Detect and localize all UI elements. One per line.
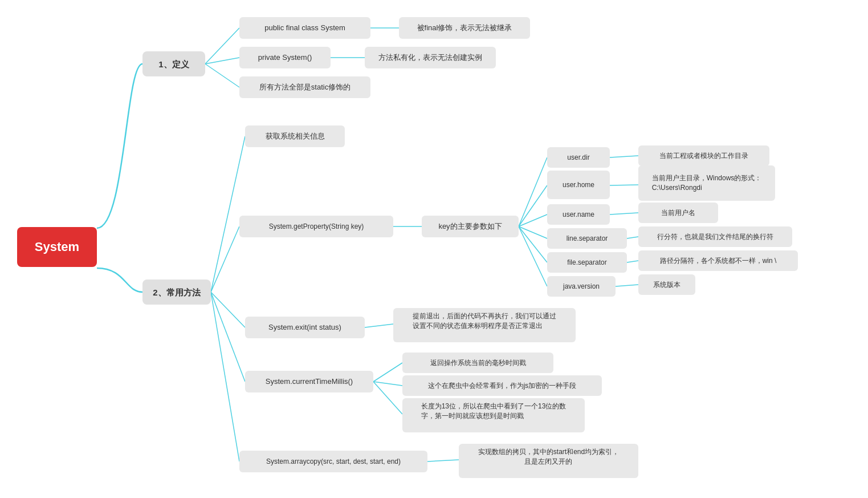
p2-label: user.home (563, 180, 594, 190)
getprop-key-label: key的主要参数如下 (438, 221, 502, 232)
pd5: 路径分隔符，各个系统都不一样，win \ (638, 250, 798, 271)
m1-label: 获取系统相关信息 (266, 131, 325, 141)
ct-desc-2: 这个在爬虫中会经常看到，作为js加密的一种手段 (402, 375, 602, 396)
p3-label: user.name (563, 210, 594, 220)
method-node-4: System.currentTimeMillis() (245, 371, 373, 392)
root-node: System (17, 227, 97, 267)
svg-line-26 (373, 382, 402, 414)
svg-line-20 (627, 237, 638, 238)
pd1-label: 当前工程或者模块的工作目录 (659, 151, 748, 161)
svg-line-6 (211, 226, 239, 292)
svg-line-8 (211, 292, 245, 382)
l1-def-label: 1、定义 (158, 58, 189, 70)
pd6: 系统版本 (638, 274, 695, 295)
p6-label: java.version (563, 282, 600, 291)
exit-desc: 提前退出，后面的代码不再执行，我们可以通过 设置不同的状态值来标明程序是否正常退… (393, 308, 576, 342)
p5-label: file.separator (567, 258, 606, 268)
ct-label-1: 返回操作系统当前的毫秒时间戳 (430, 358, 526, 368)
pd3-label: 当前用户名 (661, 208, 695, 218)
def-label-3: 所有方法全部是static修饰的 (259, 82, 351, 92)
getprop-key: key的主要参数如下 (422, 216, 519, 237)
exit-desc-label: 提前退出，后面的代码不再执行，我们可以通过 设置不同的状态值来标明程序是否正常退… (413, 311, 556, 331)
svg-line-15 (519, 226, 547, 262)
pd1: 当前工程或者模块的工作目录 (638, 145, 769, 166)
def-node-3: 所有方法全部是static修饰的 (239, 76, 370, 98)
param-java-version: java.version (547, 276, 616, 297)
svg-line-14 (519, 226, 547, 238)
m5-label: System.arraycopy(src, start, dest, start… (266, 457, 401, 467)
def-label-1: public final class System (264, 23, 345, 33)
param-user-dir: user.dir (547, 147, 610, 168)
pd6-label: 系统版本 (653, 280, 680, 290)
svg-line-11 (519, 157, 547, 226)
l1-definition: 1、定义 (142, 51, 205, 76)
svg-line-17 (610, 156, 638, 157)
ct-label-2: 这个在爬虫中会经常看到，作为js加密的一种手段 (428, 381, 577, 391)
svg-line-21 (627, 261, 638, 262)
ct-desc-1: 返回操作系统当前的毫秒时间戳 (402, 353, 553, 373)
pd2-label: 当前用户主目录，Windows的形式： C:\Users\Rongdi (652, 173, 762, 193)
pd5-label: 路径分隔符，各个系统都不一样，win \ (660, 256, 777, 266)
mindmap: System 1、定义 2、常用方法 public final class Sy… (0, 0, 868, 498)
m4-label: System.currentTimeMillis() (266, 376, 353, 387)
pd2: 当前用户主目录，Windows的形式： C:\Users\Rongdi (638, 165, 775, 201)
svg-line-2 (205, 64, 239, 87)
svg-line-18 (610, 185, 638, 185)
svg-line-9 (211, 292, 239, 461)
method-node-1: 获取系统相关信息 (245, 125, 345, 147)
def-node-2: private System() (239, 47, 331, 68)
svg-line-5 (211, 136, 245, 292)
param-user-name: user.name (547, 204, 610, 225)
method-node-5: System.arraycopy(src, start, dest, start… (239, 451, 427, 472)
param-line-sep: line.separator (547, 228, 627, 249)
svg-line-12 (519, 185, 547, 226)
svg-line-22 (616, 285, 638, 286)
svg-line-23 (365, 324, 393, 327)
l1-methods: 2、常用方法 (142, 280, 211, 305)
ct-label-3: 长度为13位，所以在爬虫中看到了一个13位的数 字，第一时间就应该想到是时间戳 (421, 402, 567, 421)
svg-line-16 (519, 226, 547, 286)
pd4-label: 行分符，也就是我们文件结尾的换行符 (657, 232, 773, 242)
l1-method-label: 2、常用方法 (153, 286, 200, 298)
def-desc-2: 方法私有化，表示无法创建实例 (365, 47, 496, 68)
def-desc-label-2: 方法私有化，表示无法创建实例 (378, 52, 482, 63)
svg-line-13 (519, 214, 547, 226)
pd3: 当前用户名 (638, 203, 718, 223)
svg-line-24 (373, 363, 402, 382)
def-desc-1: 被final修饰，表示无法被继承 (399, 17, 530, 39)
m3-label: System.exit(int status) (268, 322, 341, 333)
svg-line-7 (211, 292, 245, 327)
def-desc-label-1: 被final修饰，表示无法被继承 (417, 23, 512, 33)
svg-line-25 (373, 382, 402, 386)
p4-label: line.separator (567, 234, 608, 244)
method-node-2: System.getProperty(String key) (239, 216, 393, 237)
ct-desc-3: 长度为13位，所以在爬虫中看到了一个13位的数 字，第一时间就应该想到是时间戳 (402, 398, 585, 432)
def-label-2: private System() (258, 52, 312, 63)
arraycopy-desc-label: 实现数组的拷贝，其中的start和end均为索引， 且是左闭又开的 (478, 447, 619, 467)
svg-line-1 (205, 58, 239, 64)
svg-line-27 (427, 460, 459, 461)
arraycopy-desc: 实现数组的拷贝，其中的start和end均为索引， 且是左闭又开的 (459, 444, 638, 478)
method-node-3: System.exit(int status) (245, 317, 365, 338)
param-file-sep: file.separator (547, 252, 627, 273)
p1-label: user.dir (567, 153, 589, 163)
svg-line-19 (610, 213, 638, 214)
param-user-home: user.home (547, 171, 610, 199)
svg-line-0 (205, 28, 239, 64)
pd4: 行分符，也就是我们文件结尾的换行符 (638, 226, 792, 247)
m2-label: System.getProperty(String key) (269, 222, 364, 232)
def-node-1: public final class System (239, 17, 370, 39)
